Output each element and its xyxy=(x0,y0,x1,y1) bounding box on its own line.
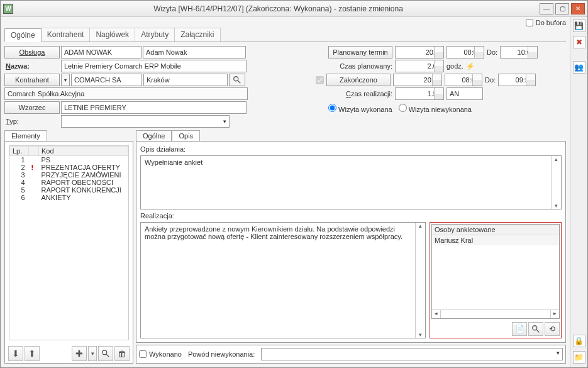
tab-naglowek[interactable]: Nagłówek xyxy=(89,28,135,42)
osoby-row[interactable]: Mariusz Kral xyxy=(432,235,559,245)
search-icon xyxy=(233,75,241,84)
wzorzec-input[interactable]: LETNIE PREMIERY xyxy=(61,101,247,114)
import-button[interactable]: ⬆ xyxy=(25,346,40,361)
window: W Wizyta [WH-6/14/PH12/07] (Zakończona: … xyxy=(0,0,588,368)
czas-planowany-spin[interactable]: 2.00 xyxy=(395,60,444,72)
detail-tab-opis[interactable]: Opis xyxy=(172,130,200,141)
kontrahent-search-button[interactable] xyxy=(229,74,245,86)
osoby-panel: Osoby ankietowane Mariusz Kral ◂▸ 📄 xyxy=(430,222,562,338)
osoby-remove-button[interactable]: ⟲ xyxy=(545,322,560,336)
kontrahent-input[interactable]: COMARCH SA xyxy=(71,74,142,86)
typ-select[interactable]: ▾ xyxy=(61,115,230,128)
add-caret[interactable]: ▾ xyxy=(88,346,97,361)
tab-zalaczniki[interactable]: Załączniki xyxy=(174,28,220,42)
search-icon xyxy=(531,325,540,333)
plan-time-from-spin[interactable]: 08:00 xyxy=(447,46,484,59)
obsluga-button[interactable]: Obsługa xyxy=(4,46,60,59)
radio-wykonana[interactable]: Wizyta wykonana xyxy=(328,104,392,113)
svg-line-3 xyxy=(106,354,109,357)
plan-year-spin[interactable]: 2014 xyxy=(395,46,444,59)
nazwa-label: Nazwa: xyxy=(4,62,60,70)
kontrahent-caret[interactable]: ▾ xyxy=(61,74,70,86)
side-folder-button[interactable]: 📁 xyxy=(573,351,585,364)
col-lp[interactable]: Lp. xyxy=(10,147,29,156)
scrollbar[interactable]: ▴▾ xyxy=(415,223,425,338)
elements-grid[interactable]: Lp.Kod 1PS 2!PREZENTACJA OFERTY 3PRZYJĘC… xyxy=(9,145,129,340)
obsluga-operator-input[interactable]: ADAM NOWAK xyxy=(61,46,141,59)
do-label-1: Do: xyxy=(487,48,497,56)
osoby-find-button[interactable] xyxy=(528,322,543,336)
kontrahent-fullname: Comarch Spółka Akcyjna xyxy=(4,87,248,100)
delete-button[interactable]: 🗑 xyxy=(114,346,130,361)
powod-label: Powód niewykonania: xyxy=(188,350,255,358)
col-kod[interactable]: Kod xyxy=(39,147,128,156)
plan-time-to-spin[interactable]: 10:00 xyxy=(500,46,538,59)
wzorzec-button[interactable]: Wzorzec xyxy=(4,101,60,114)
kontrahent-city-input[interactable]: Kraków xyxy=(143,74,228,86)
zak-year-spin[interactable]: 2014 xyxy=(393,74,442,86)
opis-dzialania-label: Opis działania: xyxy=(140,145,562,153)
bufor-checkbox[interactable]: Do bufora xyxy=(526,19,566,26)
obsluga-name-input[interactable]: Adam Nowak xyxy=(143,46,246,59)
detail-tab-ogolne[interactable]: Ogólne xyxy=(136,130,172,141)
scrollbar[interactable]: ▴▾ xyxy=(551,156,561,209)
add-button[interactable]: ✚ xyxy=(72,346,87,361)
zak-time-from-spin[interactable]: 08:08 xyxy=(445,74,482,86)
titlebar: W Wizyta [WH-6/14/PH12/07] (Zakończona: … xyxy=(1,1,587,17)
svg-point-0 xyxy=(234,77,238,81)
svg-line-1 xyxy=(238,81,240,83)
export-button[interactable]: ⬇ xyxy=(8,346,23,361)
table-row: 3PRZYJĘCIE ZAMÓWIENI xyxy=(10,171,128,179)
bufor-label: Do bufora xyxy=(536,19,566,26)
osoby-header[interactable]: Osoby ankietowane xyxy=(432,225,559,235)
minimize-button[interactable]: — xyxy=(540,3,553,14)
app-icon: W xyxy=(3,4,13,14)
kontrahent-button[interactable]: Kontrahent xyxy=(4,74,60,86)
typ-label: Typ: xyxy=(4,118,60,125)
side-cancel-button[interactable]: ✖ xyxy=(573,36,585,48)
maximize-button[interactable]: ▢ xyxy=(555,3,569,14)
powod-select[interactable] xyxy=(261,348,563,360)
osoby-scrollbar[interactable]: ◂▸ xyxy=(432,309,559,318)
svg-point-4 xyxy=(533,326,537,330)
nazwa-input[interactable]: Letnie Premiery Comarch ERP Mobile xyxy=(61,60,247,72)
close-button[interactable]: ✕ xyxy=(571,3,585,14)
subtab-elementy[interactable]: Elementy xyxy=(4,130,47,141)
search-icon xyxy=(101,349,110,358)
czas-planowany-label: Czas planowany: xyxy=(328,62,392,70)
realizacja-textarea[interactable]: Ankiety przeprowadzone z nowym Kierownik… xyxy=(140,222,426,338)
osoby-add-button[interactable]: 📄 xyxy=(512,322,527,336)
zakonczono-checkbox[interactable] xyxy=(316,76,324,84)
opis-dzialania-textarea[interactable]: Wypełnianie ankiet ▴▾ xyxy=(140,155,562,209)
wykonano-checkbox[interactable]: Wykonano xyxy=(139,350,182,358)
godz-label: godz. xyxy=(447,62,463,70)
tab-atrybuty[interactable]: Atrybuty xyxy=(135,28,175,42)
czas-realizacji-spin[interactable]: 1.50 xyxy=(395,87,444,100)
an-input[interactable]: AN xyxy=(447,87,483,100)
find-button[interactable] xyxy=(98,346,113,361)
radio-niewykonana[interactable]: Wizyta niewykonana xyxy=(399,104,472,113)
realizacja-label: Realizacja: xyxy=(140,212,562,220)
table-row: 6ANKIETY xyxy=(10,194,128,201)
side-save-button[interactable]: 💾 xyxy=(573,20,585,32)
table-row: 2!PREZENTACJA OFERTY xyxy=(10,164,128,171)
svg-line-5 xyxy=(536,330,539,332)
table-row: 4RAPORT OBECNOŚCI xyxy=(10,179,128,186)
tab-ogolne[interactable]: Ogólne xyxy=(4,28,42,42)
main-tabs: Ogólne Kontrahent Nagłówek Atrybuty Załą… xyxy=(4,28,566,42)
zakonczono-button[interactable]: Zakończono xyxy=(326,74,391,86)
svg-point-2 xyxy=(103,350,107,355)
do-label-2: Do: xyxy=(485,76,496,84)
window-title: Wizyta [WH-6/14/PH12/07] (Zakończona: Wy… xyxy=(17,4,540,13)
zak-time-to-spin[interactable]: 09:58 xyxy=(498,74,536,86)
plan-termin-button[interactable]: Planowany termin xyxy=(328,46,392,59)
czas-realizacji-label: Czas realizacji: xyxy=(328,90,392,98)
tab-kontrahent[interactable]: Kontrahent xyxy=(41,28,91,42)
side-lock-button[interactable]: 🔒 xyxy=(573,335,585,347)
godz-icon: ⚡ xyxy=(466,62,475,70)
side-users-button[interactable]: 👥 xyxy=(573,61,585,74)
table-row: 1PS xyxy=(10,156,128,164)
table-row: 5RAPORT KONKURENCJI xyxy=(10,186,128,194)
